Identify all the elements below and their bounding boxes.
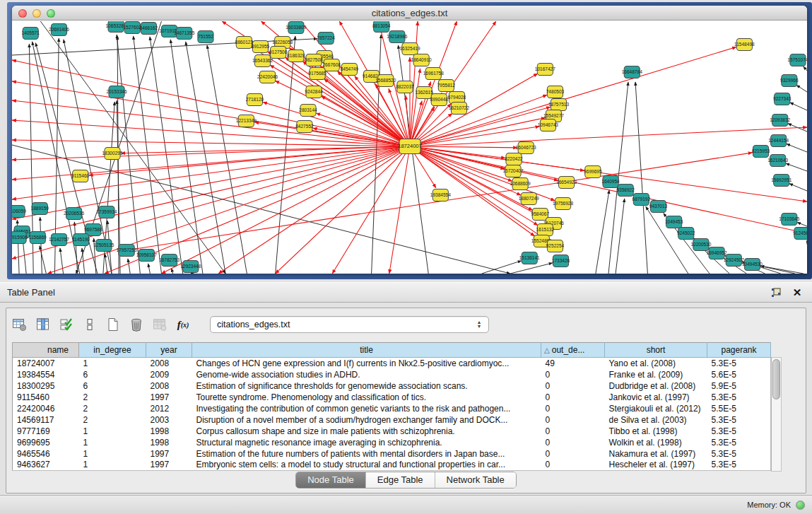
- table-cell[interactable]: Changes of HCN gene expression and I(f) …: [192, 358, 541, 369]
- table-cell[interactable]: 1: [79, 426, 146, 437]
- table-cell[interactable]: Stergiakouli et al. (2012): [605, 403, 707, 414]
- table-cell[interactable]: 0: [541, 437, 605, 448]
- create-column-icon[interactable]: [105, 316, 121, 333]
- table-cell[interactable]: 18300295: [13, 380, 79, 392]
- table-cell[interactable]: 2003: [146, 414, 192, 426]
- column-header[interactable]: in_degree: [79, 343, 146, 358]
- column-header[interactable]: △out_de...: [541, 343, 605, 358]
- table-cell[interactable]: de Silva et al. (2003): [605, 414, 707, 426]
- column-header[interactable]: title: [192, 343, 541, 358]
- table-row[interactable]: 946362711997Embryonic stem cells: a mode…: [13, 460, 771, 471]
- delete-column-icon[interactable]: [129, 316, 144, 333]
- table-cell[interactable]: Tibbo et al. (1998): [605, 426, 707, 437]
- table-cell[interactable]: 19384554: [13, 369, 79, 380]
- table-cell[interactable]: Corpus callosum shape and size in male p…: [192, 426, 541, 437]
- table-cell[interactable]: 9115460: [13, 392, 79, 403]
- zoom-window-icon[interactable]: [47, 9, 55, 18]
- table-cell[interactable]: 22420046: [13, 403, 79, 414]
- table-cell[interactable]: Investigating the contribution of common…: [192, 403, 541, 414]
- table-row[interactable]: 946554611997Estimation of the future num…: [13, 448, 771, 460]
- table-cell[interactable]: 9699695: [13, 437, 79, 448]
- table-cell[interactable]: 2008: [146, 380, 192, 392]
- table-header-row[interactable]: namein_degreeyeartitle△out_de...shortpag…: [13, 343, 771, 358]
- table-cell[interactable]: 5.3E-5: [707, 437, 771, 448]
- table-cell[interactable]: 6: [79, 380, 146, 392]
- table-cell[interactable]: 0: [541, 392, 605, 403]
- table-cell[interactable]: 0: [541, 414, 605, 426]
- table-cell[interactable]: Disruption of a novel member of a sodium…: [192, 414, 541, 426]
- table-cell[interactable]: 2: [79, 403, 146, 414]
- column-header[interactable]: pagerank: [707, 343, 771, 358]
- table-selector-dropdown[interactable]: citations_edges.txt ▲▼: [210, 316, 489, 333]
- table-cell[interactable]: Structural magnetic resonance image aver…: [192, 437, 541, 448]
- table-cell[interactable]: 0: [541, 426, 605, 437]
- tab-edge-table[interactable]: Edge Table: [366, 472, 435, 488]
- table-cell[interactable]: 1998: [146, 426, 192, 437]
- table-cell[interactable]: 0: [541, 403, 605, 414]
- network-canvas-svg[interactable]: 8860123891295518226058912750881863281654…: [12, 21, 807, 274]
- table-cell[interactable]: 9463627: [13, 460, 79, 471]
- table-cell[interactable]: Hescheler et al. (1997): [605, 460, 707, 471]
- table-cell[interactable]: Nakamura et al. (1997): [605, 448, 707, 460]
- table-cell[interactable]: 2: [79, 414, 146, 426]
- table-cell[interactable]: 5.3E-5: [707, 460, 771, 471]
- table-cell[interactable]: 1997: [146, 392, 192, 403]
- network-window-titlebar[interactable]: citations_edges.txt: [12, 6, 807, 21]
- table-row[interactable]: 1938455462009Genome-wide association stu…: [13, 369, 771, 380]
- memory-ok-icon[interactable]: [796, 501, 805, 510]
- table-row[interactable]: 911546021997Tourette syndrome. Phenomeno…: [13, 392, 771, 403]
- table-cell[interactable]: Estimation of the future numbers of pati…: [192, 448, 541, 460]
- attribute-table[interactable]: namein_degreeyeartitle△out_de...shortpag…: [12, 342, 771, 471]
- table-cell[interactable]: 5.6E-5: [707, 369, 771, 380]
- table-cell[interactable]: Franke et al. (2009): [605, 369, 707, 380]
- table-cell[interactable]: 1997: [146, 460, 192, 471]
- function-builder-icon[interactable]: f(x): [175, 316, 191, 333]
- table-cell[interactable]: 1: [79, 437, 146, 448]
- show-columns-icon[interactable]: [35, 316, 51, 333]
- table-cell[interactable]: 6: [79, 369, 146, 380]
- close-panel-icon[interactable]: ✕: [791, 286, 804, 299]
- column-header[interactable]: short: [605, 343, 707, 358]
- table-cell[interactable]: 5.3E-5: [707, 358, 771, 369]
- table-cell[interactable]: 1997: [146, 448, 192, 460]
- table-cell[interactable]: 5.9E-5: [707, 380, 771, 392]
- table-cell[interactable]: Dudbridge et al. (2008): [605, 380, 707, 392]
- table-cell[interactable]: Tourette syndrome. Phenomenology and cla…: [192, 392, 541, 403]
- table-cell[interactable]: 0: [541, 369, 605, 380]
- table-cell[interactable]: 5.5E-5: [707, 403, 771, 414]
- table-cell[interactable]: 5.3E-5: [707, 414, 771, 426]
- network-canvas[interactable]: 8860123891295518226058912750881863281654…: [12, 21, 807, 274]
- table-cell[interactable]: 5.3E-5: [707, 426, 771, 437]
- table-cell[interactable]: 2009: [146, 369, 192, 380]
- table-options-icon[interactable]: [12, 316, 28, 333]
- table-row[interactable]: 969969511998Structural magnetic resonanc…: [13, 437, 771, 448]
- table-cell[interactable]: 18724007: [13, 358, 79, 369]
- table-cell[interactable]: 2: [79, 392, 146, 403]
- table-cell[interactable]: 9777169: [13, 426, 79, 437]
- table-cell[interactable]: 5.3E-5: [707, 448, 771, 460]
- table-cell[interactable]: Embryonic stem cells: a model to study s…: [192, 460, 541, 471]
- table-cell[interactable]: Genome-wide association studies in ADHD.: [192, 369, 541, 380]
- table-cell[interactable]: Estimation of significance thresholds fo…: [192, 380, 541, 392]
- table-cell[interactable]: 2008: [146, 358, 192, 369]
- table-cell[interactable]: Jankovic et al. (1997): [605, 392, 707, 403]
- table-cell[interactable]: 14569117: [13, 414, 79, 426]
- column-header[interactable]: year: [146, 343, 192, 358]
- row-tools-icon[interactable]: [82, 316, 98, 333]
- table-cell[interactable]: 0: [541, 380, 605, 392]
- table-cell[interactable]: 0: [541, 460, 605, 471]
- tab-network-table[interactable]: Network Table: [435, 472, 516, 488]
- table-row[interactable]: 1456911722003Disruption of a novel membe…: [13, 414, 771, 426]
- float-panel-icon[interactable]: [770, 286, 782, 299]
- table-cell[interactable]: 1: [79, 358, 146, 369]
- table-cell[interactable]: 9465546: [13, 448, 79, 460]
- tab-node-table[interactable]: Node Table: [296, 472, 366, 488]
- table-cell[interactable]: Wolkin et al. (1998): [605, 437, 707, 448]
- scrollbar-thumb[interactable]: [772, 359, 780, 399]
- table-cell[interactable]: 49: [541, 358, 605, 369]
- table-cell[interactable]: Yano et al. (2008): [605, 358, 707, 369]
- minimize-window-icon[interactable]: [33, 9, 41, 18]
- select-all-icon[interactable]: [59, 316, 74, 333]
- table-cell[interactable]: 1998: [146, 437, 192, 448]
- table-row[interactable]: 2242004622012Investigating the contribut…: [13, 403, 771, 414]
